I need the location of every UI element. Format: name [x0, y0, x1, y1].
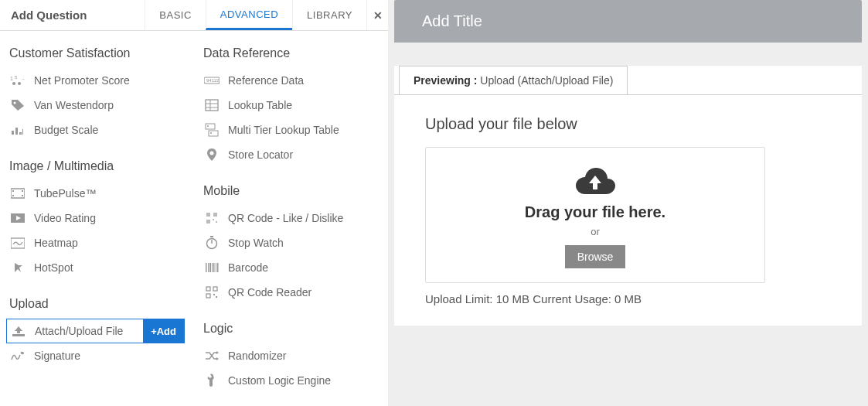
randomizer-icon	[203, 349, 220, 363]
svg-point-2	[12, 82, 15, 85]
section-logic: Logic Randomizer Custom Logic Engine	[197, 306, 388, 394]
svg-rect-34	[216, 221, 217, 223]
item-label: HotSpot	[34, 261, 73, 274]
item-reference-data[interactable]: 94122 Reference Data	[200, 68, 379, 93]
item-van-westendorp[interactable]: Van Westendorp	[6, 93, 185, 118]
item-label: QR Code - Like / Dislike	[228, 212, 343, 224]
upload-icon	[10, 324, 27, 338]
svg-rect-45	[206, 287, 210, 291]
item-label: Lookup Table	[228, 99, 292, 111]
item-tubepulse[interactable]: TubePulse™	[6, 181, 185, 206]
item-label: QR Code Reader	[228, 286, 311, 299]
item-video-rating[interactable]: Video Rating	[6, 206, 185, 230]
item-barcode[interactable]: Barcode	[200, 255, 379, 280]
question-columns: Customer Satisfaction 15- Net Promoter S…	[0, 31, 388, 394]
svg-rect-32	[206, 220, 210, 223]
item-qr-like-dislike[interactable]: QR Code - Like / Dislike	[200, 206, 379, 230]
preview-panel: Add Title Previewing : Upload (Attach/Up…	[388, 0, 868, 406]
item-hotspot[interactable]: HotSpot	[6, 255, 185, 280]
svg-rect-41	[212, 263, 213, 272]
svg-text:1: 1	[10, 76, 13, 81]
item-stop-watch[interactable]: Stop Watch	[200, 230, 379, 255]
preview-body: Upload your file below Drag your file he…	[394, 94, 862, 326]
section-heading: Logic	[200, 317, 379, 343]
add-button[interactable]: +Add	[143, 319, 184, 343]
column-left: Customer Satisfaction 15- Net Promoter S…	[0, 31, 194, 394]
hotspot-icon	[9, 261, 26, 275]
panel-title: Add Question	[0, 9, 145, 22]
nps-icon: 15-	[9, 73, 26, 87]
section-upload: Upload Attach/Upload File +Add Signature	[3, 281, 194, 370]
preview-tab: Previewing : Upload (Attach/Upload File)	[399, 66, 628, 94]
upload-limit-text: Upload Limit: 10 MB Current Usage: 0 MB	[425, 292, 831, 305]
item-randomizer[interactable]: Randomizer	[200, 343, 379, 368]
section-data-reference: Data Reference 94122 Reference Data Look…	[197, 31, 388, 169]
cloud-upload-icon	[434, 165, 757, 196]
svg-rect-8	[19, 132, 22, 135]
item-multi-tier-lookup[interactable]: Multi Tier Lookup Table	[200, 118, 379, 142]
or-text: or	[434, 226, 757, 237]
svg-rect-40	[209, 263, 211, 272]
table-icon	[203, 98, 220, 112]
svg-rect-10	[11, 189, 25, 198]
svg-rect-48	[213, 294, 215, 295]
svg-rect-49	[216, 296, 217, 298]
panel-tabs: BASIC ADVANCED LIBRARY	[145, 0, 366, 30]
drag-text: Drag your file here.	[434, 203, 757, 221]
question-title-input[interactable]: Add Title	[394, 0, 862, 43]
item-label: Net Promoter Score	[34, 74, 130, 87]
tag-icon	[9, 98, 26, 112]
item-store-locator[interactable]: Store Locator	[200, 142, 379, 167]
item-label: Signature	[34, 350, 80, 362]
item-label: Stop Watch	[228, 237, 284, 249]
close-icon[interactable]: ✕	[366, 0, 388, 30]
browse-button[interactable]: Browse	[565, 245, 626, 268]
item-label: Custom Logic Engine	[228, 374, 331, 387]
item-nps[interactable]: 15- Net Promoter Score	[6, 68, 185, 93]
item-signature[interactable]: Signature	[6, 343, 185, 368]
svg-rect-33	[213, 219, 214, 220]
stopwatch-icon	[203, 236, 220, 250]
heatmap-icon	[9, 236, 26, 250]
svg-rect-39	[208, 263, 209, 272]
section-mobile: Mobile QR Code - Like / Dislike Stop Wat…	[197, 169, 388, 306]
svg-rect-14	[22, 195, 23, 196]
svg-rect-42	[213, 263, 215, 272]
svg-point-5	[14, 102, 16, 104]
tab-basic[interactable]: BASIC	[145, 0, 206, 30]
bars-icon	[9, 123, 26, 137]
item-label: Video Rating	[34, 212, 96, 224]
svg-point-29	[210, 152, 214, 155]
item-custom-logic[interactable]: Custom Logic Engine	[200, 368, 379, 393]
section-heading: Image / Multimedia	[6, 155, 185, 181]
preview-value: Upload (Attach/Upload File)	[480, 74, 613, 87]
section-image-multimedia: Image / Multimedia TubePulse™ Video Rati…	[3, 144, 194, 281]
video-icon	[9, 211, 26, 225]
svg-rect-38	[206, 263, 207, 272]
svg-rect-36	[210, 236, 213, 237]
preview-header-area: Add Title	[388, 0, 868, 43]
svg-rect-26	[209, 131, 218, 136]
tab-advanced[interactable]: ADVANCED	[206, 0, 292, 30]
tab-library[interactable]: LIBRARY	[292, 0, 366, 30]
section-customer-satisfaction: Customer Satisfaction 15- Net Promoter S…	[3, 31, 194, 144]
svg-rect-11	[12, 190, 14, 192]
item-label: Store Locator	[228, 148, 293, 161]
item-qr-reader[interactable]: QR Code Reader	[200, 280, 379, 305]
item-label: Barcode	[228, 261, 268, 274]
svg-rect-31	[213, 213, 217, 217]
item-label: Reference Data	[228, 74, 304, 87]
item-label: Multi Tier Lookup Table	[228, 124, 339, 136]
svg-rect-6	[12, 131, 14, 135]
item-lookup-table[interactable]: Lookup Table	[200, 93, 379, 118]
item-label: Budget Scale	[34, 124, 98, 136]
svg-rect-12	[12, 195, 14, 196]
upload-dropzone[interactable]: Drag your file here. or Browse	[425, 147, 765, 283]
item-budget-scale[interactable]: Budget Scale	[6, 118, 185, 142]
item-attach-upload-file[interactable]: Attach/Upload File +Add	[6, 319, 185, 343]
section-heading: Mobile	[200, 179, 379, 206]
section-heading: Upload	[6, 292, 185, 319]
section-heading: Customer Satisfaction	[6, 42, 185, 68]
item-heatmap[interactable]: Heatmap	[6, 230, 185, 255]
refdata-icon: 94122	[203, 73, 220, 87]
